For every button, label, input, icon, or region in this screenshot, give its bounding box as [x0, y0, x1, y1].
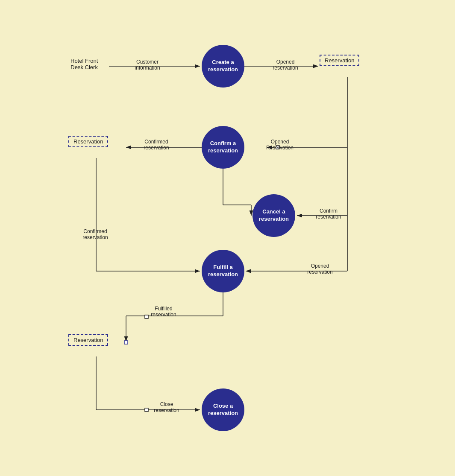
label-fulfilled-res: Fulfilledreservation [140, 306, 187, 318]
fulfill-reservation-node: Fulfill areservation [202, 250, 244, 292]
create-reservation-node: Create areservation [202, 45, 244, 88]
actor-label1: Hotel Front [70, 58, 98, 64]
reservation-box-2: Reservation [68, 136, 108, 147]
label-opened-res3: Openedreservation [296, 263, 343, 275]
label-confirmed-res1: Confirmedreservation [131, 139, 182, 151]
reservation-box-3: Reservation [68, 334, 108, 346]
actor-label: Hotel Front Desk Clerk [70, 58, 98, 70]
label-confirmed-res2: Confirmedreservation [72, 228, 119, 240]
svg-rect-22 [124, 341, 128, 344]
label-opened-res1: Openedreservation [262, 59, 309, 71]
label-close-res: Closereservation [145, 401, 188, 413]
close-reservation-node: Close areservation [202, 388, 244, 431]
actor-label2: Desk Clerk [70, 64, 98, 70]
reservation-box-1: Reservation [320, 55, 359, 66]
diagram-container: Hotel Front Desk Clerk Create areservati… [0, 0, 455, 476]
label-opened-res2: OpenedReservation [256, 139, 303, 151]
confirm-reservation-node: Confirm areservation [202, 126, 244, 169]
label-customer-info: Customerinformation [126, 59, 169, 71]
label-confirm-res: Confirmreservation [305, 208, 352, 220]
cancel-reservation-node: Cancel areservation [252, 194, 295, 237]
